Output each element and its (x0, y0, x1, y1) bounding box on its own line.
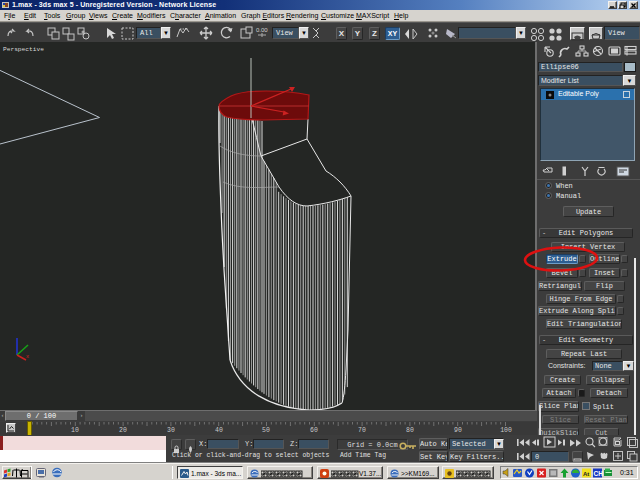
svg-text:0.00: 0.00 (256, 27, 268, 33)
svg-text:x: x (26, 353, 29, 359)
svg-text:CH: CH (594, 469, 604, 476)
svg-text:At: At (583, 470, 589, 476)
